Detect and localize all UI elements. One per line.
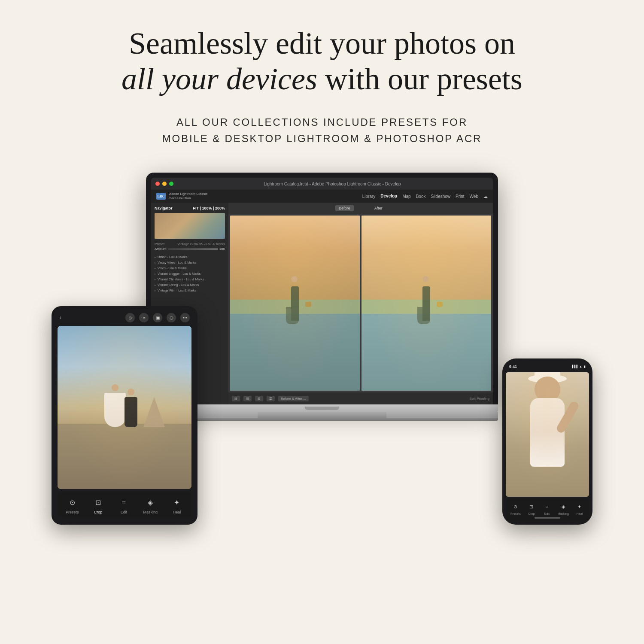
- tablet-icon-more[interactable]: •••: [180, 313, 190, 322]
- bride-dress: [104, 393, 126, 427]
- lr-topbar-info: Adobe Lightroom Classic Sara Houlihan: [169, 192, 207, 201]
- tablet-icon-profile[interactable]: ▣: [153, 313, 162, 322]
- phone-tool-presets[interactable]: ⊙ Presets: [510, 502, 521, 515]
- tablet-icon-presets[interactable]: ⊙: [125, 313, 135, 322]
- tablet-screen: [58, 326, 191, 489]
- tablet-device: ‹ ⊙ ☀ ▣ ⬡ •••: [52, 306, 197, 525]
- laptop-notch: [305, 407, 339, 410]
- lr-bottom-bar: ⊞ ⊟ ⊠ ☰ Before & After ... Soft Proofing: [228, 392, 493, 404]
- edit-icon: ≡: [117, 496, 130, 509]
- lr-photo-area: [228, 214, 493, 392]
- tablet-back-button[interactable]: ‹: [59, 314, 61, 321]
- tablet-tool-edit[interactable]: ≡ Edit: [117, 496, 130, 514]
- tablet-bottom-toolbar: ⊙ Presets ⊡ Crop ≡ Edit ◈ Masking: [58, 492, 191, 518]
- headline: Seamlessly edit your photos on all your …: [122, 26, 522, 97]
- lr-content: Navigator FIT | 100% | 200% Preset Vinta…: [151, 203, 493, 404]
- lr-grid-btn[interactable]: ⊞: [232, 396, 240, 401]
- phone-presets-label: Presets: [510, 512, 521, 515]
- minimize-dot[interactable]: [162, 182, 167, 186]
- tablet-tool-presets[interactable]: ⊙ Presets: [66, 496, 79, 514]
- phone-tool-edit[interactable]: ≡ Edit: [542, 502, 552, 515]
- close-dot[interactable]: [155, 182, 160, 186]
- phone-tool-masking[interactable]: ◈ Masking: [558, 502, 569, 515]
- list-item[interactable]: Vibrant Christmas - Lou & Marks: [155, 276, 225, 282]
- phone-device: 9:41 ▐▐▐ ▲ ▮: [502, 358, 592, 525]
- lr-before-btn[interactable]: Before: [335, 205, 354, 211]
- laptop-device: Lightroom Catalog.lrcat - Adobe Photosho…: [146, 173, 498, 421]
- list-item[interactable]: Vibrant Spring - Lou & Marks: [155, 282, 225, 288]
- lr-preset-label: Preset: [155, 242, 164, 246]
- phone-masking-label: Masking: [558, 512, 569, 515]
- tablet-icon-adjust[interactable]: ☀: [139, 313, 149, 322]
- lr-nav-develop[interactable]: Develop: [380, 194, 397, 199]
- lr-photo-before: [230, 216, 360, 391]
- tipi: [143, 397, 165, 427]
- phone-masking-icon: ◈: [559, 502, 568, 511]
- phone-tool-heal[interactable]: ✦ Heal: [575, 502, 584, 515]
- tablet-body: ‹ ⊙ ☀ ▣ ⬡ •••: [52, 306, 197, 525]
- phone-status-icons: ▐▐▐ ▲ ▮: [571, 365, 586, 368]
- phone-bottom-toolbar: ⊙ Presets ⊡ Crop ≡ Edit ◈ Masking: [506, 499, 589, 520]
- tablet-icon-camera[interactable]: ⬡: [167, 313, 176, 322]
- lr-app-name: Adobe Lightroom Classic: [169, 192, 207, 196]
- lr-navigator-preview: [155, 213, 225, 239]
- laptop-foot: [146, 418, 498, 421]
- phone-presets-icon: ⊙: [511, 502, 520, 511]
- headline-italic: all your devices: [122, 62, 317, 96]
- lr-after-btn[interactable]: After: [371, 205, 386, 211]
- list-item[interactable]: Urban - Lou & Marks: [155, 254, 225, 260]
- groom-figure: [125, 397, 137, 427]
- lr-compare-btn[interactable]: ⊟: [243, 396, 252, 401]
- list-item[interactable]: Vibrant Blogger - Lou & Marks: [155, 271, 225, 276]
- lr-preset-row: Preset Vintage Glow 05 - Lou & Marks: [155, 242, 225, 246]
- tablet-tool-masking[interactable]: ◈ Masking: [143, 496, 158, 514]
- lr-nav-slideshow[interactable]: Slideshow: [431, 194, 450, 199]
- lr-preset-list: Urban - Lou & Marks Vacay Vibes - Lou & …: [155, 254, 225, 293]
- lr-cloud-icon: ☁: [483, 194, 488, 199]
- list-item[interactable]: Vibes - Lou & Marks: [155, 265, 225, 271]
- devices-showcase: Lightroom Catalog.lrcat - Adobe Photosho…: [64, 173, 580, 525]
- tablet-photo: [58, 326, 191, 489]
- phone-screen: [506, 372, 589, 497]
- lr-nav: Library Develop Map Book Slideshow Print…: [211, 194, 488, 199]
- titlebar-text: Lightroom Catalog.lrcat - Adobe Photosho…: [176, 182, 489, 186]
- presets-label: Presets: [66, 510, 79, 514]
- lr-navigator-label: Navigator: [155, 206, 173, 210]
- masking-icon: ◈: [144, 496, 157, 509]
- lr-soft-proofing: Soft Proofing: [470, 397, 489, 401]
- lr-nav-library[interactable]: Library: [362, 194, 376, 199]
- subheadline-line2: MOBILE & DESKTOP LIGHTROOM & PHOTOSHOP A…: [162, 133, 482, 144]
- ground: [58, 424, 191, 489]
- tablet-tool-crop[interactable]: ⊡ Crop: [91, 496, 104, 514]
- heal-icon: ✦: [170, 496, 183, 509]
- lr-survey-btn[interactable]: ☰: [267, 396, 275, 401]
- phone-heal-icon: ✦: [575, 502, 584, 511]
- lr-nav-map[interactable]: Map: [402, 194, 410, 199]
- lr-loupe-btn[interactable]: ⊠: [255, 396, 263, 401]
- masking-label: Masking: [143, 510, 158, 514]
- edit-label: Edit: [121, 510, 128, 514]
- phone-toolbar-icons: ⊙ Presets ⊡ Crop ≡ Edit ◈ Masking: [507, 502, 587, 515]
- crop-label: Crop: [94, 510, 103, 514]
- lr-amount-value: 100: [219, 247, 225, 251]
- lr-logo: LRC: [156, 193, 166, 200]
- lr-topbar: LRC Adobe Lightroom Classic Sara Houliha…: [151, 190, 493, 203]
- laptop-stand: [146, 412, 498, 418]
- lr-amount-slider[interactable]: [168, 249, 218, 249]
- headline-normal: with our presets: [317, 62, 522, 96]
- lr-nav-print[interactable]: Print: [456, 194, 465, 199]
- phone-tool-crop[interactable]: ⊡ Crop: [527, 502, 536, 515]
- lr-amount-label: Amount: [155, 247, 167, 251]
- lr-nav-web[interactable]: Web: [470, 194, 478, 199]
- lightroom-ui: LRC Adobe Lightroom Classic Sara Houliha…: [151, 190, 493, 404]
- list-item[interactable]: Vintage Film - Lou & Marks: [155, 288, 225, 293]
- tablet-tool-heal[interactable]: ✦ Heal: [170, 496, 183, 514]
- laptop-base: [146, 404, 498, 412]
- maximize-dot[interactable]: [169, 182, 173, 186]
- lr-before-image: [230, 216, 360, 391]
- lr-nav-book[interactable]: Book: [416, 194, 426, 199]
- lr-before-after-select[interactable]: Before & After ...: [278, 396, 309, 401]
- phone-photo: [506, 372, 589, 497]
- laptop-stand-inner: [258, 412, 386, 418]
- list-item[interactable]: Vacay Vibes - Lou & Marks: [155, 260, 225, 265]
